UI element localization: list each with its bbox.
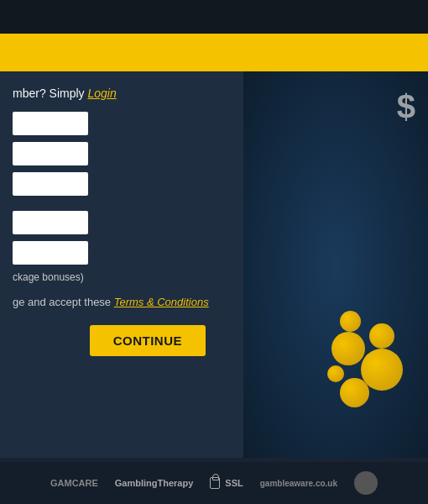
coin-6 <box>327 365 344 382</box>
login-link[interactable]: Login <box>87 87 116 100</box>
input-field-1[interactable] <box>13 112 88 135</box>
continue-button[interactable]: CONTINUE <box>90 325 206 356</box>
spacer <box>13 202 256 211</box>
coin-2 <box>331 332 365 365</box>
footer: GAMCARE GamblingTherapy SSL gambleaware.… <box>0 462 428 504</box>
yellow-banner <box>0 34 428 71</box>
registration-form: mber? Simply Login ckage bonuses) ge and… <box>0 87 269 356</box>
ssl-icon <box>210 477 220 489</box>
gambling-therapy-label: GamblingTherapy <box>115 478 194 488</box>
ssl-badge: SSL <box>210 477 243 489</box>
dollar-sign-icon: $ <box>397 88 415 126</box>
already-member-prefix: mber? Simply <box>13 87 87 100</box>
input-field-2[interactable] <box>13 142 88 165</box>
input-field-3[interactable] <box>13 172 88 196</box>
main-content: $ mber? Simply Login ckage bonuses) ge a… <box>0 71 428 458</box>
bonus-text: ckage bonuses) <box>13 271 256 283</box>
input-field-4[interactable] <box>13 211 88 234</box>
terms-link[interactable]: Terms & Conditions <box>114 296 209 308</box>
gamcare-badge: GAMCARE <box>50 478 98 488</box>
gambling-therapy-badge: GamblingTherapy <box>115 478 194 488</box>
gamcare-label: GAMCARE <box>50 478 98 488</box>
coin-5 <box>340 311 361 332</box>
gamble-aware-label: gambleaware.co.uk <box>260 479 337 488</box>
coin-4 <box>369 323 394 349</box>
terms-row: ge and accept these Terms & Conditions <box>13 295 256 310</box>
background-image: $ <box>243 71 428 458</box>
coin-3 <box>340 378 369 407</box>
already-member-text: mber? Simply Login <box>13 87 256 100</box>
circle-badge <box>354 471 378 495</box>
terms-prefix: ge and accept these <box>13 296 114 308</box>
gamble-aware-badge: gambleaware.co.uk <box>260 479 337 488</box>
top-bar <box>0 0 428 34</box>
ssl-label: SSL <box>225 478 243 488</box>
input-field-5[interactable] <box>13 241 88 265</box>
